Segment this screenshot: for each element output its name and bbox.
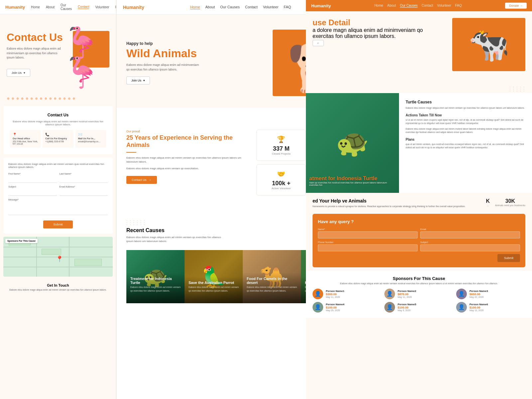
query-subject-field: Subject — [420, 241, 520, 251]
subject-input[interactable] — [8, 190, 57, 196]
stat-num-2: 100k + — [262, 180, 301, 187]
cow-image-box: 🐄 — [452, 18, 525, 71]
hero-desc: Eabore etou dolore magn aliqua enim ad m… — [126, 63, 200, 72]
right-nav-home[interactable]: Home — [374, 4, 383, 8]
left-nav: Humanity Home About Our Causes Contact V… — [0, 0, 116, 14]
center-contact-button[interactable]: Contact Us → — [126, 176, 157, 184]
phone-icon: 📞 — [45, 133, 70, 136]
dots-right-panel: ● ● ● ● ●● ● ● ● ●● ● ● ● ● — [306, 84, 532, 93]
right-nav-faq[interactable]: FAQ — [455, 4, 462, 8]
head-office-address: 352 Fifth Ave, New York, NY 10118 — [13, 140, 38, 145]
sponsor-amount-1: $870.00 — [398, 293, 416, 296]
recent-causes-desc: Eabore etou dolore magn aliqua enim ad m… — [126, 235, 226, 243]
query-phone-input[interactable] — [318, 244, 418, 251]
message-textarea[interactable] — [8, 202, 108, 215]
call-card: 📞 Call Us For Enquiry +1(888) 333-6799 — [43, 130, 73, 148]
cause-detail-hero: use Detail a dolore magn aliqua enim ad … — [306, 11, 532, 84]
sponsor-avatar-1: 👤 — [384, 289, 395, 299]
sponsor-avatar-4: 👤 — [384, 302, 395, 313]
cause-card-parrot[interactable]: 🦜 Save the Australian Parrot Eabore etou… — [185, 250, 243, 303]
call-label: Call Us For Enquiry — [45, 137, 70, 140]
sponsors-title: Sponsors For This Cause — [313, 276, 525, 281]
sponsor-date-1: May 11, 2020 — [398, 296, 416, 298]
sponsor-name-4: Person Name5 — [398, 303, 416, 306]
sponsor-amount-3: $100.00 — [326, 306, 344, 309]
query-name-email-row: Name* Email — [318, 228, 520, 238]
actions-desc1: ul ut ad et minim ulam cruporo sqat dpla… — [406, 118, 525, 125]
query-email-input[interactable] — [420, 231, 520, 238]
subject-label: Subject — [8, 186, 57, 188]
back-arrow-icon: ← — [317, 42, 320, 45]
actions-title: Actions Taken Till Now — [406, 113, 525, 117]
camel-cause-title: Food For Camels in the desert — [247, 277, 297, 285]
turtle-section: 🐢 atment for Indonesia Turtle niam qo ex… — [306, 93, 532, 193]
sponsor-name-3: Person Name4 — [326, 303, 344, 306]
title-underline — [126, 152, 136, 153]
parrot-cause-desc: Eabore etou dolore magn enim ad minim ve… — [189, 286, 239, 293]
center-nav-causes[interactable]: Our Causes — [220, 5, 240, 9]
query-phone-subject-row: Phone Number Subject — [318, 241, 520, 251]
parrot-cause-overlay: Save the Australian Parrot Eabore etou d… — [185, 277, 243, 303]
left-join-button[interactable]: Join Us ▾ — [7, 69, 30, 77]
cause-card-camel[interactable]: 🐪 Food For Camels in the desert Eabore e… — [243, 250, 301, 303]
query-subject-input[interactable] — [420, 244, 520, 251]
right-nav-causes[interactable]: Our Causes — [400, 4, 418, 8]
center-nav-home[interactable]: Home — [190, 5, 200, 9]
right-donate-arrow: → — [520, 4, 523, 7]
stat-num-0: 337 M — [262, 145, 301, 152]
query-email-label: Email — [420, 228, 520, 230]
right-nav: Humanity Home About Our Causes Contact V… — [306, 0, 532, 11]
center-nav-contact[interactable]: Contact — [245, 5, 258, 9]
right-nav-volunteer[interactable]: Volunteer — [437, 4, 451, 8]
left-nav-home[interactable]: Home — [31, 5, 40, 9]
mail-label: Mail Us For In... — [78, 137, 103, 140]
right-donate-button[interactable]: Donate → — [505, 3, 527, 9]
center-nav-faq[interactable]: FAQ — [284, 5, 291, 9]
contact-info-title: Contact Us — [10, 113, 106, 117]
sponsor-avatar-3: 👤 — [313, 302, 323, 313]
map-road-h3 — [3, 267, 113, 267]
left-nav-about[interactable]: About — [46, 5, 55, 9]
cause-card-turtle[interactable]: 🐢 Treatment for Indonesia Turtle Eabore … — [126, 250, 185, 303]
need-help-title: ed Your Help ve Animals — [313, 198, 482, 203]
sponsor-avatar-2: 👤 — [456, 289, 467, 299]
left-nav-causes[interactable]: Our Causes — [61, 3, 72, 11]
map-ngo-label: Sponsors For This Cause — [5, 239, 38, 243]
left-hero-desc: Eabore etou dolore magn aliqua enim ad m… — [7, 47, 63, 60]
sponsor-info-3: Person Name4 $100.00 May 29, 2020 — [326, 303, 344, 312]
center-join-button[interactable]: Join Us ▾ — [126, 76, 150, 84]
need-help-text: ed Your Help ve Animals frameworks to pr… — [313, 198, 482, 208]
map-block-2 — [42, 249, 61, 255]
first-name-input[interactable] — [8, 177, 57, 183]
turtle-cause-title: Treatment for Indonesia Turtle — [130, 277, 181, 285]
hero-main-title: Wild Animals — [126, 47, 200, 60]
location-icon: 📍 — [13, 133, 38, 136]
need-help-desc: frameworks to provide a robust synapse f… — [313, 205, 482, 208]
contact-info-desc: Eabore etou dolore magn aliqua enim ad m… — [10, 120, 106, 126]
sponsor-date-5: May 13, 2020 — [469, 309, 488, 312]
email-label: Email Address* — [60, 186, 108, 188]
email-field: Email Address* — [60, 186, 108, 196]
center-nav-about[interactable]: About — [205, 5, 215, 9]
query-name-field: Name* — [318, 228, 418, 238]
last-name-label: Last Name* — [60, 173, 108, 175]
query-submit-button[interactable]: Submit — [497, 254, 520, 262]
center-nav-volunteer[interactable]: Volunteer — [263, 5, 278, 9]
back-button[interactable]: ← — [313, 40, 324, 46]
query-name-input[interactable] — [318, 231, 418, 238]
last-name-input[interactable] — [60, 177, 108, 183]
email-input[interactable] — [60, 190, 108, 196]
submit-button[interactable]: Submit — [43, 220, 72, 228]
sponsor-amount-0: $300.00 — [326, 293, 344, 296]
sponsor-avatar-0: 👤 — [313, 289, 323, 299]
right-nav-contact[interactable]: Contact — [422, 4, 433, 8]
right-nav-about[interactable]: About — [387, 4, 396, 8]
map-road-v2 — [69, 237, 69, 277]
need-stat-0: K ... — [486, 198, 490, 206]
query-email-field: Email — [420, 228, 520, 238]
left-nav-contact[interactable]: Contact — [78, 5, 89, 9]
stats-title: 25 Years of Experience in Serving the An… — [126, 134, 250, 149]
left-nav-volunteer[interactable]: Volunteer — [95, 5, 109, 9]
sponsor-name-5: Person Name6 — [469, 303, 488, 306]
center-nav-links: Home About Our Causes Contact Volunteer … — [190, 5, 291, 9]
